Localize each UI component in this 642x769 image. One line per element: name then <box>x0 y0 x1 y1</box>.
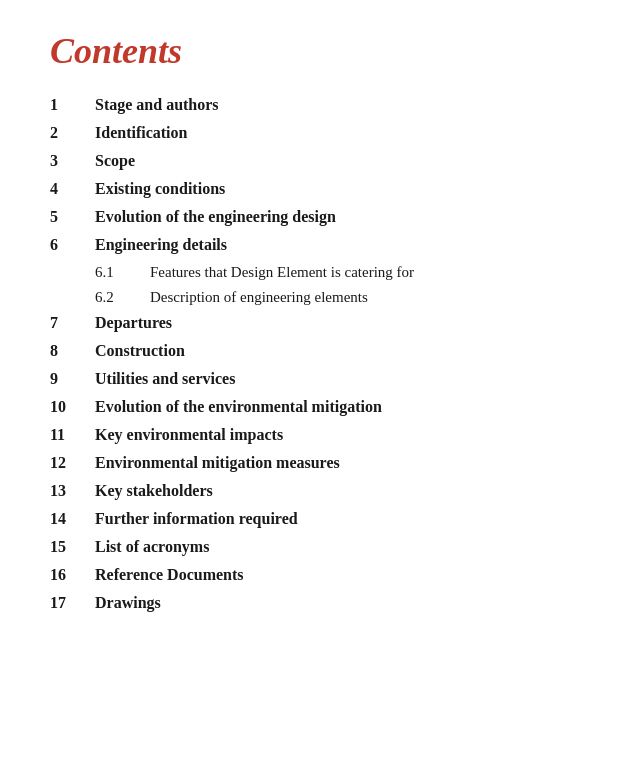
toc-item-number: 17 <box>50 594 95 612</box>
toc-subitem: 6.1Features that Design Element is cater… <box>95 264 592 281</box>
toc-item: 12Environmental mitigation measures <box>50 454 592 472</box>
toc-item: 7Departures <box>50 314 592 332</box>
toc-item: 9Utilities and services <box>50 370 592 388</box>
toc-item-label: Existing conditions <box>95 180 225 198</box>
toc-item-label: Stage and authors <box>95 96 219 114</box>
toc-item-label: Evolution of the engineering design <box>95 208 336 226</box>
table-of-contents: 1Stage and authors2Identification3Scope4… <box>50 96 592 612</box>
toc-item: 16Reference Documents <box>50 566 592 584</box>
toc-item-number: 13 <box>50 482 95 500</box>
toc-item-number: 9 <box>50 370 95 388</box>
toc-item-label: Drawings <box>95 594 161 612</box>
toc-item-number: 7 <box>50 314 95 332</box>
toc-subitem-label: Description of engineering elements <box>150 289 368 306</box>
toc-item: 17Drawings <box>50 594 592 612</box>
toc-subitem-number: 6.2 <box>95 289 150 306</box>
toc-item: 14Further information required <box>50 510 592 528</box>
toc-item-number: 11 <box>50 426 95 444</box>
toc-item-label: Environmental mitigation measures <box>95 454 340 472</box>
toc-item: 2Identification <box>50 124 592 142</box>
toc-item-label: List of acronyms <box>95 538 209 556</box>
toc-item-label: Reference Documents <box>95 566 244 584</box>
toc-item-label: Evolution of the environmental mitigatio… <box>95 398 382 416</box>
toc-subitem-number: 6.1 <box>95 264 150 281</box>
toc-item: 15List of acronyms <box>50 538 592 556</box>
toc-item: 13Key stakeholders <box>50 482 592 500</box>
toc-item-label: Utilities and services <box>95 370 235 388</box>
toc-item-number: 6 <box>50 236 95 254</box>
toc-item-label: Key environmental impacts <box>95 426 283 444</box>
toc-item: 10Evolution of the environmental mitigat… <box>50 398 592 416</box>
toc-item-label: Departures <box>95 314 172 332</box>
toc-item: 8Construction <box>50 342 592 360</box>
toc-item-number: 16 <box>50 566 95 584</box>
toc-item: 5Evolution of the engineering design <box>50 208 592 226</box>
toc-item-label: Scope <box>95 152 135 170</box>
toc-item-number: 5 <box>50 208 95 226</box>
toc-item: 4Existing conditions <box>50 180 592 198</box>
toc-item-number: 4 <box>50 180 95 198</box>
toc-item-number: 8 <box>50 342 95 360</box>
toc-item: 1Stage and authors <box>50 96 592 114</box>
toc-item-number: 14 <box>50 510 95 528</box>
toc-subitem-label: Features that Design Element is catering… <box>150 264 414 281</box>
toc-item-number: 10 <box>50 398 95 416</box>
toc-item-number: 15 <box>50 538 95 556</box>
toc-item-number: 1 <box>50 96 95 114</box>
toc-item-label: Engineering details <box>95 236 227 254</box>
toc-item-label: Key stakeholders <box>95 482 213 500</box>
toc-item-label: Construction <box>95 342 185 360</box>
page-title: Contents <box>50 30 592 72</box>
toc-item-label: Further information required <box>95 510 298 528</box>
toc-item-number: 12 <box>50 454 95 472</box>
toc-item-number: 2 <box>50 124 95 142</box>
toc-item: 3Scope <box>50 152 592 170</box>
toc-item: 11Key environmental impacts <box>50 426 592 444</box>
toc-item: 6Engineering details <box>50 236 592 254</box>
toc-item-label: Identification <box>95 124 187 142</box>
toc-item-number: 3 <box>50 152 95 170</box>
toc-subitem: 6.2Description of engineering elements <box>95 289 592 306</box>
